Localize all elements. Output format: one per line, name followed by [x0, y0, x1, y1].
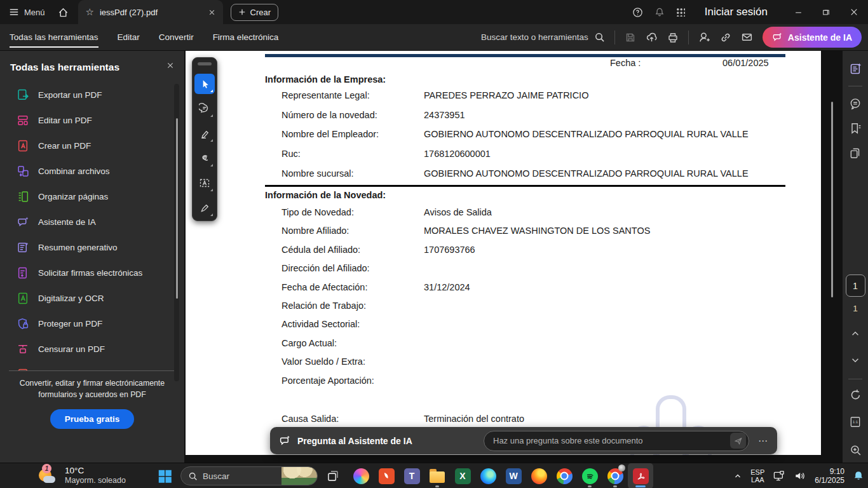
- ai-question-bar: Pregunta al Asistente de IA ⋯: [270, 427, 777, 454]
- start-button[interactable]: [153, 464, 177, 488]
- create-button[interactable]: Crear: [231, 4, 279, 21]
- select-tool-button[interactable]: [194, 74, 215, 94]
- taskbar-app-excel[interactable]: X: [450, 463, 475, 488]
- taskbar-app-spotify[interactable]: [577, 463, 602, 488]
- search-tools-button[interactable]: Buscar texto o herramientas: [481, 32, 605, 43]
- drag-handle[interactable]: [198, 62, 212, 65]
- doc-field-value: GOBIERNO AUTONOMO DESCENTRALIZADO PARROQ…: [424, 129, 749, 139]
- star-icon[interactable]: ☆: [86, 6, 94, 18]
- email-button[interactable]: [741, 31, 753, 43]
- current-page-box[interactable]: 1: [846, 274, 865, 297]
- taskbar-app-firefox[interactable]: [526, 463, 552, 488]
- tools-panel-item-organizar-p-ginas[interactable]: Organizar páginas: [0, 184, 184, 209]
- language-line1: ESP: [750, 468, 764, 476]
- close-window-button[interactable]: [840, 0, 868, 24]
- taskbar-search[interactable]: [180, 466, 318, 485]
- close-panel-button[interactable]: [166, 62, 174, 69]
- actual-size-button[interactable]: 1:1: [846, 413, 864, 431]
- search-highlight-image[interactable]: [281, 467, 317, 485]
- highlight-tool-button[interactable]: [194, 123, 215, 144]
- taskbar-app-edge[interactable]: [475, 463, 501, 488]
- generative-summary-button[interactable]: [846, 60, 864, 78]
- free-trial-button[interactable]: Prueba gratis: [50, 409, 134, 429]
- sign-tool-button[interactable]: [194, 198, 215, 218]
- tools-panel-item-combinar-archivos[interactable]: Combinar archivos: [0, 158, 184, 184]
- taskbar-app-acrobat[interactable]: [628, 463, 653, 488]
- taskbar-app-chrome-profile[interactable]: [602, 463, 628, 488]
- toolbar-tab-convertir[interactable]: Convertir: [159, 24, 194, 50]
- taskbar-app-word[interactable]: W: [501, 463, 526, 488]
- notifications-button[interactable]: [649, 0, 670, 24]
- tools-panel-item-resumen-generativo[interactable]: Resumen generativo: [0, 234, 184, 260]
- taskbar-app-teams[interactable]: T: [399, 463, 424, 488]
- print-button[interactable]: [667, 32, 679, 43]
- taskbar-app-pdf-editor[interactable]: [374, 463, 399, 488]
- doc-field-row: Cédula del Afiliado:1707693766: [281, 245, 360, 259]
- comments-panel-button[interactable]: [846, 95, 864, 112]
- search-icon: [188, 471, 198, 481]
- toolbar-tab-editar[interactable]: Editar: [118, 24, 140, 50]
- document-scrollbar[interactable]: [831, 102, 833, 297]
- doc-field-row: Nombre Afiliado:MORALES CHAVEZ WASHINGTO…: [281, 226, 349, 240]
- help-button[interactable]: [627, 0, 649, 24]
- menu-button[interactable]: Menú: [0, 0, 53, 24]
- comment-tool-button[interactable]: [194, 98, 215, 119]
- doc-field-value: 31/12/2024: [424, 282, 470, 292]
- close-tab-icon[interactable]: [208, 9, 215, 16]
- hidden-icons-button[interactable]: [733, 471, 742, 480]
- taskbar-app-copilot[interactable]: [348, 463, 374, 488]
- zoom-in-button[interactable]: [846, 441, 864, 459]
- tools-panel-item-digitalizar-y-ocr[interactable]: Digitalizar y OCR: [0, 285, 184, 311]
- clock[interactable]: 9:10 6/1/2025: [815, 467, 844, 485]
- taskbar-app-file-explorer[interactable]: [424, 463, 450, 488]
- rotate-refresh-button[interactable]: [846, 386, 864, 403]
- time-label: 9:10: [815, 467, 844, 476]
- toolbar-tab-firma-electr-nica[interactable]: Firma electrónica: [213, 24, 279, 50]
- doc-field-value: Avisos de Salida: [424, 207, 492, 217]
- share-upload-button[interactable]: [646, 31, 658, 43]
- tools-panel-item-editar-un-pdf[interactable]: Editar un PDF: [0, 107, 184, 133]
- tools-panel-item-comprimir-un-pdf[interactable]: Comprimir un PDF: [0, 362, 184, 370]
- restore-button[interactable]: [812, 0, 840, 24]
- minimize-button[interactable]: [784, 0, 812, 24]
- doc-field-label: Nombre del Empleador:: [281, 129, 379, 139]
- tools-panel-item-censurar-un-pdf[interactable]: Censurar un PDF: [0, 336, 184, 362]
- next-page-button[interactable]: [846, 351, 864, 369]
- taskbar-search-input[interactable]: [203, 471, 276, 481]
- bookmarks-panel-button[interactable]: [846, 119, 864, 137]
- notification-center-button[interactable]: [853, 470, 864, 482]
- windows-start-icon: [157, 468, 173, 484]
- excel-icon: X: [455, 468, 471, 484]
- volume-button[interactable]: [794, 470, 806, 482]
- apps-launcher-button[interactable]: [670, 0, 692, 24]
- add-reviewer-button[interactable]: [698, 31, 710, 43]
- tools-panel-item-asistente-de-ia[interactable]: Asistente de IA: [0, 209, 184, 234]
- panel-scrollbar-thumb[interactable]: [176, 118, 178, 299]
- ai-question-input[interactable]: [493, 436, 730, 445]
- weather-widget[interactable]: 1 10°C Mayorm. soleado: [37, 466, 126, 485]
- weather-condition: Mayorm. soleado: [65, 476, 126, 485]
- language-indicator[interactable]: ESP LAA: [750, 468, 764, 484]
- page-thumbnails-button[interactable]: [846, 144, 864, 162]
- copy-link-button[interactable]: [720, 32, 731, 43]
- home-button[interactable]: [53, 0, 74, 24]
- restore-icon: [822, 8, 831, 17]
- tools-panel-item-proteger-un-pdf[interactable]: Proteger un PDF: [0, 311, 184, 336]
- document-tab[interactable]: ☆ iessPdf (27).pdf: [78, 0, 223, 24]
- network-button[interactable]: [773, 470, 785, 482]
- draw-tool-button[interactable]: [194, 148, 215, 168]
- search-icon: [594, 32, 605, 43]
- tools-panel-item-crear-un-pdf[interactable]: Crear un PDF: [0, 133, 184, 158]
- ai-assistant-button[interactable]: Asistente de IA: [763, 27, 862, 48]
- toolbar-tab-todas-las-herramientas[interactable]: Todas las herramientas: [10, 24, 98, 50]
- sign-in-button[interactable]: Iniciar sesión: [705, 6, 768, 18]
- save-button[interactable]: [625, 32, 636, 43]
- more-options-button[interactable]: ⋯: [758, 435, 768, 447]
- task-view-button[interactable]: [322, 464, 344, 488]
- previous-page-button[interactable]: [846, 325, 864, 342]
- tools-panel-item-exportar-un-pdf[interactable]: Exportar un PDF: [0, 82, 184, 107]
- send-button[interactable]: [730, 433, 746, 449]
- taskbar-app-chrome[interactable]: [552, 463, 577, 488]
- tools-panel-item-solicitar-firmas-electr-nicas[interactable]: Solicitar firmas electrónicas: [0, 260, 184, 285]
- add-text-tool-button[interactable]: [194, 173, 215, 193]
